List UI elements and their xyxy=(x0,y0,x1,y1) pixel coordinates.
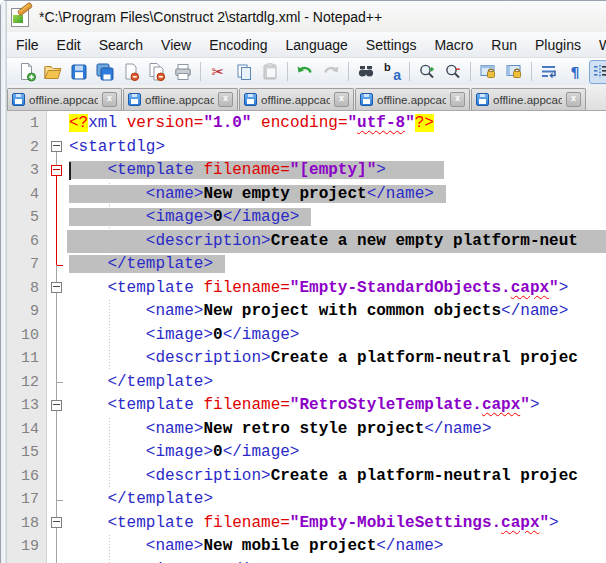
replace-icon[interactable]: ba xyxy=(380,60,404,84)
save-icon[interactable] xyxy=(67,60,91,84)
line-number[interactable]: 4 xyxy=(7,183,47,207)
menu-item-plugins[interactable]: Plugins xyxy=(526,33,590,57)
code-text[interactable]: <name>New mobile project</name> xyxy=(67,535,606,559)
fold-toggle-icon[interactable] xyxy=(47,512,67,536)
zoom-in-icon[interactable] xyxy=(415,60,439,84)
line-number[interactable]: 5 xyxy=(7,206,47,230)
code-text[interactable]: </template> xyxy=(67,488,606,512)
code-text[interactable]: <template filename="RetroStyleTemplate.c… xyxy=(67,394,606,418)
code-text[interactable]: <startdlg> xyxy=(67,136,606,160)
menu-item-encoding[interactable]: Encoding xyxy=(200,33,276,57)
close-icon[interactable] xyxy=(119,60,143,84)
code-text[interactable]: <name>New empty project</name> xyxy=(67,183,606,207)
tab-2[interactable]: offline.appcachex xyxy=(123,88,238,110)
line-number[interactable]: 13 xyxy=(7,394,47,418)
fold-margin xyxy=(47,465,67,489)
line-number[interactable]: 14 xyxy=(7,418,47,442)
tab-close-icon[interactable]: x xyxy=(102,92,117,107)
paste-icon[interactable] xyxy=(258,60,282,84)
menu-item-file[interactable]: File xyxy=(7,33,48,57)
code-text[interactable]: <image>0</image> xyxy=(67,324,606,348)
cut-icon[interactable]: ✂ xyxy=(206,60,230,84)
line-number[interactable]: 8 xyxy=(7,277,47,301)
zoom-out-icon[interactable] xyxy=(441,60,465,84)
saved-file-icon xyxy=(476,93,489,106)
menu-item-window[interactable]: Window xyxy=(590,33,606,57)
code-text[interactable]: </template> xyxy=(67,253,606,277)
line-number[interactable]: 19 xyxy=(7,535,47,559)
menu-item-macro[interactable]: Macro xyxy=(425,33,482,57)
line-number[interactable]: 2 xyxy=(7,136,47,160)
line-number[interactable]: 15 xyxy=(7,441,47,465)
new-file-icon[interactable] xyxy=(15,60,39,84)
code-text[interactable]: <name>New retro style project</name> xyxy=(67,418,606,442)
line-number[interactable]: 16 xyxy=(7,465,47,489)
line-number[interactable]: 17 xyxy=(7,488,47,512)
code-text[interactable]: <description>Create a platform-neutral p… xyxy=(67,465,606,489)
tab-close-icon[interactable]: x xyxy=(450,92,465,107)
fold-toggle-icon[interactable] xyxy=(47,394,67,418)
tab-4[interactable]: offline.appcachex xyxy=(355,88,470,110)
editor[interactable]: 1<?xml version="1.0" encoding="utf-8"?>2… xyxy=(7,111,606,563)
sync-horizontal-icon[interactable] xyxy=(502,60,526,84)
code-text[interactable]: <description>Create a new empty platform… xyxy=(67,230,606,254)
save-all-icon[interactable] xyxy=(93,60,117,84)
line-number[interactable]: 6 xyxy=(7,230,47,254)
close-all-icon[interactable] xyxy=(145,60,169,84)
toolbar-separator xyxy=(470,62,471,81)
code-text[interactable]: <image>1</image> xyxy=(67,559,606,563)
menu-item-settings[interactable]: Settings xyxy=(357,33,426,57)
line-number[interactable]: 11 xyxy=(7,347,47,371)
code-text[interactable]: <template filename="[empty]"> xyxy=(67,159,606,183)
indent-guide-icon[interactable] xyxy=(589,60,606,84)
menu-item-language[interactable]: Language xyxy=(277,33,357,57)
code-text[interactable]: <template filename="Empty-MobileSettings… xyxy=(67,512,606,536)
tab-5[interactable]: offline.appcachex xyxy=(471,88,586,110)
line-number[interactable]: 12 xyxy=(7,371,47,395)
notepad-plus-plus-window: *C:\Program Files\Construct 2\startdlg.x… xyxy=(0,0,606,563)
code-line-3: 3 <template filename="[empty]"> xyxy=(7,159,606,183)
code-text[interactable]: <image>0</image> xyxy=(67,206,606,230)
line-number[interactable]: 1 xyxy=(7,112,47,136)
redo-icon[interactable] xyxy=(319,60,343,84)
code-text[interactable]: <description>Create a platform-neutral p… xyxy=(67,347,606,371)
show-all-characters-icon[interactable]: ¶ xyxy=(563,60,587,84)
code-text[interactable]: <image>0</image> xyxy=(67,441,606,465)
title-bar[interactable]: *C:\Program Files\Construct 2\startdlg.x… xyxy=(7,1,606,32)
tab-3[interactable]: offline.appcachex xyxy=(239,88,354,110)
menu-item-search[interactable]: Search xyxy=(90,33,152,57)
fold-toggle-icon[interactable] xyxy=(47,277,67,301)
line-number[interactable]: 3 xyxy=(7,159,47,183)
tab-close-icon[interactable]: x xyxy=(218,92,233,107)
sync-vertical-icon[interactable] xyxy=(476,60,500,84)
tab-close-icon[interactable]: x xyxy=(566,92,581,107)
line-number[interactable]: 20 xyxy=(7,559,47,563)
indent-guide-line xyxy=(109,183,110,207)
code-area: 1<?xml version="1.0" encoding="utf-8"?>2… xyxy=(7,112,606,563)
find-icon[interactable] xyxy=(354,60,378,84)
fold-toggle-icon[interactable] xyxy=(47,136,67,160)
code-text[interactable]: <?xml version="1.0" encoding="utf-8"?> xyxy=(67,112,606,136)
open-file-icon[interactable] xyxy=(41,60,65,84)
word-wrap-icon[interactable] xyxy=(537,60,561,84)
code-line-4: 4 <name>New empty project</name> xyxy=(7,183,606,207)
line-number[interactable]: 9 xyxy=(7,300,47,324)
code-text[interactable]: </template> xyxy=(67,371,606,395)
copy-icon[interactable] xyxy=(232,60,256,84)
code-line-5: 5 <image>0</image> xyxy=(7,206,606,230)
menu-item-edit[interactable]: Edit xyxy=(48,33,90,57)
menu-item-view[interactable]: View xyxy=(152,33,200,57)
line-number[interactable]: 18 xyxy=(7,512,47,536)
undo-icon[interactable] xyxy=(293,60,317,84)
tab-1[interactable]: offline.appcachex xyxy=(7,88,122,110)
line-number[interactable]: 10 xyxy=(7,324,47,348)
code-text[interactable]: <name>New project with common objects</n… xyxy=(67,300,606,324)
indent-guide-line xyxy=(109,300,110,324)
code-line-19: 19 <name>New mobile project</name> xyxy=(7,535,606,559)
line-number[interactable]: 7 xyxy=(7,253,47,277)
print-icon[interactable] xyxy=(171,60,195,84)
fold-toggle-icon[interactable] xyxy=(47,159,67,183)
tab-close-icon[interactable]: x xyxy=(334,92,349,107)
menu-item-run[interactable]: Run xyxy=(482,33,526,57)
code-text[interactable]: <template filename="Empty-StandardObject… xyxy=(67,277,606,301)
